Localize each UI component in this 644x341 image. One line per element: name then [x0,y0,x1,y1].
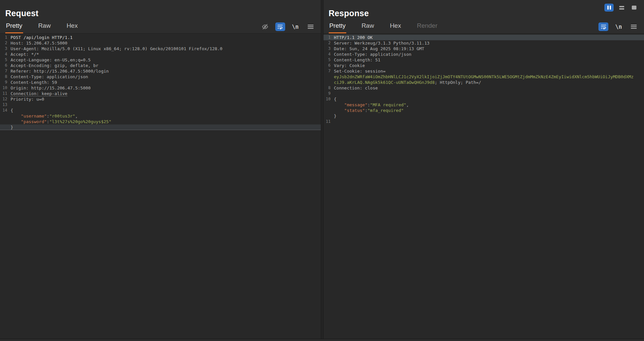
columns-layout-icon [607,6,609,10]
layout-columns-button[interactable] [604,4,614,12]
layout-rows-button[interactable] [617,4,626,12]
request-tabbar: Pretty Raw Hex [5,21,316,33]
line-number: 10 [323,96,334,102]
code-line[interactable]: "message":"MFA required", [323,102,644,108]
line-number: 12 [0,96,11,102]
response-menu-button[interactable] [629,22,639,31]
line-number: 5 [323,57,334,63]
code-line[interactable]: "username":"r00tus3r", [0,113,321,119]
hide-nonprintable-button[interactable] [260,22,270,31]
code-line[interactable]: 8Connection: close [323,85,644,91]
code-line[interactable]: 6Vary: Cookie [323,63,644,68]
layout-single-button[interactable] [629,4,639,12]
line-number: 8 [323,85,334,91]
layout-switch [604,4,639,12]
tab-response-pretty[interactable]: Pretty [329,21,347,33]
line-content: Content-Length: 59 [11,80,321,85]
word-wrap-button[interactable] [275,22,285,31]
line-content: Vary: Cookie [334,63,644,68]
code-line[interactable]: } [323,113,644,119]
tab-request-raw[interactable]: Raw [38,21,51,33]
pane-divider[interactable] [321,0,323,339]
response-tools: \n [598,22,639,33]
bottom-resize-bar[interactable] [0,339,644,341]
line-content: Connection: keep-alive [11,91,321,96]
code-line[interactable]: 6Accept-Encoding: gzip, deflate, br [0,63,321,68]
line-content: Content-Length: 51 [334,57,644,63]
request-editor[interactable]: 1POST /api/login HTTP/1.12Host: 15.206.4… [0,33,321,339]
code-line[interactable]: 10{ [323,96,644,102]
line-content: Origin: http://15.206.47.5:5000 [11,85,321,91]
line-content: "message":"MFA required", [334,102,644,108]
code-line[interactable]: 12Priority: u=0 [0,96,321,102]
show-newlines-button[interactable]: \n [290,22,300,31]
code-line[interactable]: 9 [323,91,644,96]
code-line[interactable]: 14{ [0,108,321,113]
code-line[interactable]: "password":"l3t%27s%20go%20guys$25" [0,119,321,124]
tab-response-render[interactable]: Render [416,21,438,33]
line-content [11,102,321,108]
tab-response-hex[interactable]: Hex [389,21,402,33]
code-line[interactable]: 8Content-Type: application/json [0,74,321,80]
code-line[interactable]: 5Accept-Language: en-US,en;q=0.5 [0,57,321,63]
response-panel: Response Pretty Raw Hex Render [323,0,644,339]
code-line[interactable]: 13 [0,102,321,108]
line-content: Set-Cookie: session= [334,68,644,74]
request-menu-button[interactable] [306,22,316,31]
line-content: } [334,113,644,119]
line-number: 6 [0,63,11,68]
code-line[interactable]: 1HTTP/1.1 200 OK [323,35,644,40]
line-number: 3 [323,46,334,51]
line-content: { [11,108,321,113]
code-line[interactable]: 7Set-Cookie: session= [323,68,644,74]
code-line[interactable]: 11Connection: keep-alive [0,91,321,96]
line-number: 1 [323,35,334,40]
code-line[interactable]: 2Server: Werkzeug/3.1.3 Python/3.11.13 [323,40,644,46]
code-line[interactable]: ciJ9.aKrLAQ.NAgGk5k61QC-uUNTaOwQHGnJ9d8;… [323,80,644,85]
code-line[interactable]: 11 [323,119,644,124]
tab-response-raw[interactable]: Raw [361,21,375,33]
request-response-split: Request Pretty Raw Hex [0,0,644,339]
hamburger-menu-icon [631,24,637,29]
code-line[interactable]: 5Content-Length: 51 [323,57,644,63]
line-content: ciJ9.aKrLAQ.NAgGk5k61QC-uUNTaOwQHGnJ9d8;… [334,80,644,85]
line-number [0,113,11,119]
line-content: User-Agent: Mozilla/5.0 (X11; Linux x86_… [11,46,321,51]
code-line[interactable]: 4Accept: */* [0,51,321,57]
code-line[interactable]: 7Referer: http://15.206.47.5:5000/login [0,68,321,74]
code-line[interactable]: 9Content-Length: 59 [0,80,321,85]
tab-request-hex[interactable]: Hex [66,21,79,33]
line-content: Date: Sun, 24 Aug 2025 08:19:13 GMT [334,46,644,51]
line-content: Accept-Language: en-US,en;q=0.5 [11,57,321,63]
code-line[interactable]: eyJsb2dnZWRfaW4iOmZhbHNlLCJ1c2VyX2lkIjoi… [323,74,644,80]
line-number [0,124,11,130]
line-content: Referer: http://15.206.47.5:5000/login [11,68,321,74]
line-number [323,102,334,108]
rows-layout-icon [619,6,624,10]
code-line[interactable]: "status":"mfa_required" [323,108,644,113]
code-line[interactable]: 10Origin: http://15.206.47.5:5000 [0,85,321,91]
code-line[interactable]: 2Host: 15.206.47.5:5000 [0,40,321,46]
code-line[interactable]: 4Content-Type: application/json [323,51,644,57]
code-line[interactable]: 3Date: Sun, 24 Aug 2025 08:19:13 GMT [323,46,644,51]
line-number: 5 [0,57,11,63]
word-wrap-icon [601,24,606,29]
line-content: Content-Type: application/json [11,74,321,80]
tab-request-pretty[interactable]: Pretty [5,21,23,33]
response-editor[interactable]: 1HTTP/1.1 200 OK2Server: Werkzeug/3.1.3 … [323,33,644,339]
code-line[interactable]: 1POST /api/login HTTP/1.1 [0,35,321,40]
line-number [323,74,334,80]
line-content: { [334,96,644,102]
show-newlines-button-response[interactable]: \n [614,22,624,31]
line-number: 4 [323,51,334,57]
word-wrap-button-response[interactable] [598,22,608,31]
code-line[interactable]: } [0,124,321,130]
code-line[interactable]: 3User-Agent: Mozilla/5.0 (X11; Linux x86… [0,46,321,51]
line-number: 6 [323,63,334,68]
request-tabs: Pretty Raw Hex [5,21,78,33]
line-content: Connection: close [334,85,644,91]
request-panel: Request Pretty Raw Hex [0,0,321,339]
line-content: HTTP/1.1 200 OK [334,35,644,40]
line-number: 9 [323,91,334,96]
eye-slash-icon [261,23,269,30]
